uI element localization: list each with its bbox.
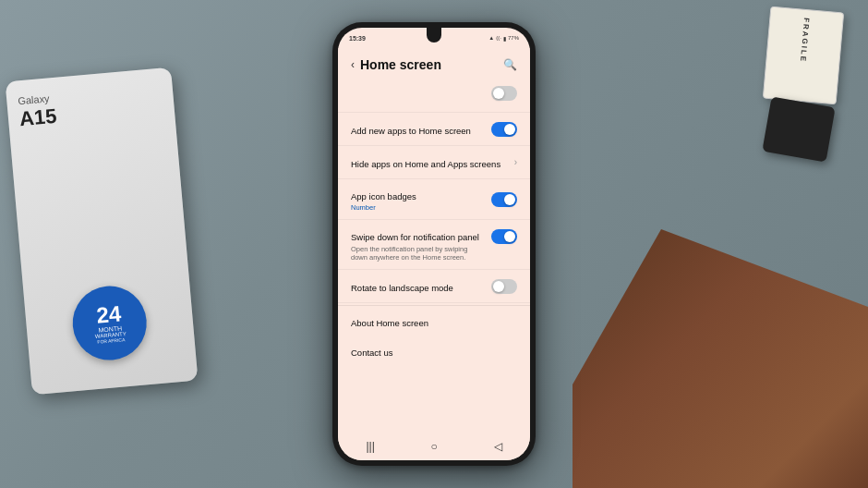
screen-header: ‹ Home screen 🔍 (338, 48, 530, 79)
status-icons: ▲ ((· ▮ 77% (488, 35, 519, 42)
screen-content: ‹ Home screen 🔍 Add new apps to Home scr… (338, 48, 530, 433)
app-badges-sublabel: Number (351, 203, 484, 212)
toggle-thumb (504, 194, 515, 205)
back-button[interactable]: ‹ (351, 58, 355, 71)
battery-icon: ▮ (503, 35, 506, 42)
back-nav-button[interactable]: ◁ (494, 440, 502, 453)
recent-apps-button[interactable]: ||| (366, 440, 374, 453)
contact-us-item[interactable]: Contact us (338, 337, 530, 367)
fragile-box: FRAGILE (763, 6, 844, 105)
wifi-icon: ((· (496, 35, 501, 41)
about-home-screen-item[interactable]: About Home screen (338, 308, 530, 337)
setting-item-hide-apps[interactable]: Hide apps on Home and Apps screens › (338, 146, 530, 179)
toggle-thumb (493, 281, 504, 292)
toggle-add-apps[interactable] (491, 122, 517, 137)
status-time: 15:39 (349, 35, 366, 42)
chevron-right-icon: › (514, 157, 517, 167)
warranty-badge: 24 MONTH WARRANTY FOR AFRICA (69, 283, 150, 363)
hide-apps-label-block: Hide apps on Home and Apps screens (351, 154, 514, 171)
home-button[interactable]: ○ (431, 440, 438, 453)
toggle-swipe-down[interactable] (491, 229, 517, 244)
warranty-number: 24 (96, 302, 123, 326)
swipe-down-label: Swipe down for notification panel (351, 232, 479, 242)
add-apps-label-block: Add new apps to Home screen (351, 121, 484, 138)
hide-apps-label: Hide apps on Home and Apps screens (351, 159, 500, 169)
toggle-app-badges[interactable] (491, 192, 517, 207)
about-home-label: About Home screen (351, 318, 428, 328)
setting-item-rotate: Rotate to landscape mode (338, 270, 530, 303)
signal-icon: ▲ (488, 35, 494, 41)
contact-us-label: Contact us (351, 348, 392, 358)
swipe-down-label-block: Swipe down for notification panel Open t… (351, 227, 484, 262)
phone-device: 15:39 ▲ ((· ▮ 77% ‹ Home screen 🔍 (332, 22, 536, 466)
bottom-nav: ||| ○ ◁ (338, 433, 530, 460)
rotate-label: Rotate to landscape mode (351, 283, 453, 293)
fragile-text: FRAGILE (799, 18, 811, 64)
toggle-thumb (504, 124, 515, 135)
toggle-thumb (504, 231, 515, 242)
phone-box: Galaxy A15 24 MONTH WARRANTY FOR AFRICA (6, 67, 199, 395)
charger-block (762, 96, 835, 162)
phone-screen: 15:39 ▲ ((· ▮ 77% ‹ Home screen 🔍 (338, 28, 530, 460)
divider (338, 305, 530, 306)
battery-percent: 77% (508, 35, 519, 41)
setting-item-toggle-top (338, 79, 530, 113)
notch (427, 28, 441, 43)
toggle-rotate[interactable] (491, 279, 517, 294)
toggle-top[interactable] (491, 86, 517, 101)
screen-title: Home screen (360, 57, 503, 72)
setting-item-app-badges: App icon badges Number (338, 179, 530, 220)
setting-item-add-apps: Add new apps to Home screen (338, 113, 530, 146)
swipe-down-desc: Open the notification panel by swiping d… (351, 245, 484, 262)
toggle-thumb (493, 88, 504, 99)
warranty-sub: FOR AFRICA (97, 336, 125, 345)
settings-list: Add new apps to Home screen Hide apps on… (338, 79, 530, 367)
setting-item-swipe-down: Swipe down for notification panel Open t… (338, 220, 530, 270)
rotate-label-block: Rotate to landscape mode (351, 278, 484, 295)
search-icon[interactable]: 🔍 (503, 58, 517, 71)
app-badges-label: App icon badges (351, 191, 416, 201)
add-apps-label: Add new apps to Home screen (351, 126, 471, 136)
app-badges-label-block: App icon badges Number (351, 187, 484, 212)
